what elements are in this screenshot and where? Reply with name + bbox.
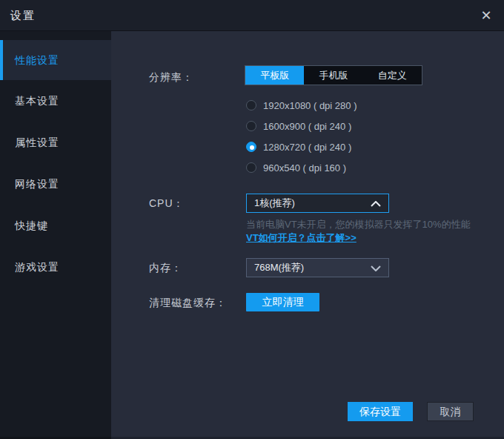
vt-help-link[interactable]: VT如何开启？点击了解>> bbox=[246, 231, 357, 245]
clean-cache-label: 清理磁盘缓存： bbox=[149, 297, 227, 310]
settings-content: 分辨率： 平板版 手机版 自定义 1920x1080 ( dpi 280 ) 1… bbox=[111, 31, 504, 439]
sidebar-item-shortcuts[interactable]: 快捷键 bbox=[0, 205, 111, 246]
sidebar: 性能设置 基本设置 属性设置 网络设置 快捷键 游戏设置 bbox=[0, 31, 111, 439]
radio-icon bbox=[246, 121, 256, 131]
radio-1600x900[interactable]: 1600x900 ( dpi 240 ) bbox=[246, 116, 357, 136]
memory-dropdown[interactable]: 768M(推荐) bbox=[246, 258, 389, 277]
radio-label: 1920x1080 ( dpi 280 ) bbox=[263, 100, 357, 111]
sidebar-item-label: 游戏设置 bbox=[15, 261, 59, 273]
cpu-dropdown-value: 1核(推荐) bbox=[254, 197, 295, 208]
radio-960x540[interactable]: 960x540 ( dpi 160 ) bbox=[246, 157, 357, 178]
cancel-button[interactable]: 取消 bbox=[427, 402, 474, 421]
radio-icon bbox=[246, 100, 256, 110]
tab-custom[interactable]: 自定义 bbox=[363, 66, 422, 85]
memory-dropdown-value: 768M(推荐) bbox=[254, 262, 304, 273]
radio-1280x720[interactable]: 1280x720 ( dpi 240 ) bbox=[246, 136, 357, 157]
sidebar-item-label: 性能设置 bbox=[15, 54, 59, 66]
settings-window: 设置 ✕ 性能设置 基本设置 属性设置 网络设置 快捷键 游戏设置 分辨率： 平… bbox=[0, 0, 504, 439]
window-title: 设置 bbox=[10, 9, 36, 23]
sidebar-item-label: 网络设置 bbox=[15, 178, 59, 190]
titlebar: 设置 ✕ bbox=[0, 0, 504, 31]
chevron-down-icon bbox=[371, 265, 381, 271]
sidebar-item-label: 属性设置 bbox=[15, 136, 59, 148]
sidebar-item-game[interactable]: 游戏设置 bbox=[0, 246, 111, 288]
close-icon[interactable]: ✕ bbox=[478, 7, 494, 24]
save-settings-button[interactable]: 保存设置 bbox=[348, 402, 413, 421]
sidebar-item-property[interactable]: 属性设置 bbox=[0, 122, 111, 163]
tab-tablet[interactable]: 平板版 bbox=[245, 66, 304, 85]
radio-1920x1080[interactable]: 1920x1080 ( dpi 280 ) bbox=[246, 95, 357, 116]
clean-now-button[interactable]: 立即清理 bbox=[246, 293, 319, 311]
sidebar-item-performance[interactable]: 性能设置 bbox=[0, 40, 111, 80]
chevron-up-icon bbox=[371, 201, 381, 207]
radio-label: 1600x900 ( dpi 240 ) bbox=[263, 121, 351, 132]
radio-label: 960x540 ( dpi 160 ) bbox=[263, 162, 346, 174]
resolution-radio-group: 1920x1080 ( dpi 280 ) 1600x900 ( dpi 240… bbox=[246, 95, 357, 178]
sidebar-item-network[interactable]: 网络设置 bbox=[0, 163, 111, 205]
memory-label: 内存： bbox=[149, 262, 182, 275]
sidebar-item-basic[interactable]: 基本设置 bbox=[0, 80, 111, 122]
tab-phone[interactable]: 手机版 bbox=[304, 66, 362, 85]
radio-icon bbox=[246, 162, 256, 173]
sidebar-item-label: 快捷键 bbox=[15, 220, 48, 231]
cpu-dropdown[interactable]: 1核(推荐) bbox=[246, 194, 389, 213]
resolution-label: 分辨率： bbox=[149, 71, 193, 85]
cpu-label: CPU： bbox=[149, 197, 185, 211]
resolution-tab-group: 平板版 手机版 自定义 bbox=[245, 65, 422, 85]
vt-warning-text: 当前电脑VT未开启，您的模拟器只发挥了10%的性能 bbox=[246, 218, 471, 231]
radio-label: 1280x720 ( dpi 240 ) bbox=[263, 142, 351, 153]
radio-selected-icon bbox=[246, 142, 256, 152]
sidebar-item-label: 基本设置 bbox=[15, 95, 59, 107]
